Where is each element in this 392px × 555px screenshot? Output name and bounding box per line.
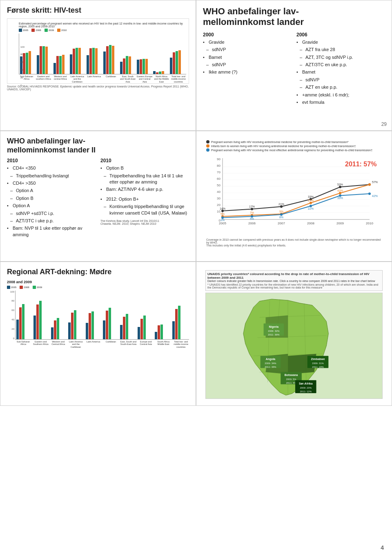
slide5-chart-title: 2008 and 2009 — [7, 280, 189, 284]
item-barnet-2006: Barnet — [296, 69, 385, 75]
slide-1: Første skritt: HIV-test Estimated percen… — [0, 0, 196, 131]
svg-point-44 — [368, 184, 371, 186]
slide3-col-right: 2010 Option B Trippelbehandling fra uke … — [100, 158, 189, 239]
africa-map-svg: Nigeria 2009: 32% 2011: 30% Angola 2009:… — [206, 293, 382, 398]
svg-point-31 — [339, 186, 341, 188]
svg-text:3%: 3% — [220, 219, 225, 222]
slide5-bg-0 — [16, 304, 32, 339]
slide3-left-list: CD4+ <350 Trippelbehandling livslangt CD… — [7, 165, 96, 238]
svg-text:2011: 30%: 2011: 30% — [268, 333, 280, 336]
bar-group-1 — [37, 46, 52, 74]
slide6-title: UNAIDS priority countries* coloured acco… — [207, 272, 381, 280]
legend-2009: 2009 — [45, 29, 54, 32]
item-sdnvp-grav: sdNVP — [203, 47, 292, 53]
legend-dot-2005 — [19, 29, 22, 32]
slide3-year-left: 2010 — [7, 158, 96, 163]
slide5-y-axis: 100806040200 — [7, 291, 15, 340]
slide3-footnote2: Chasela. NEJM. 2010; Shapiro. NEJM 2010 — [100, 222, 189, 225]
slide2-col-2006: 2006 Gravide AZT fra uke 28 AZT, 3TC og … — [296, 32, 385, 107]
slide5-bg-1 — [33, 301, 49, 339]
svg-text:14%: 14% — [220, 207, 225, 210]
legend-blue-dot — [206, 148, 209, 152]
year-2006-label: 2006 — [296, 32, 385, 38]
slide5-bg-7 — [138, 316, 154, 339]
svg-text:39%: 39% — [337, 197, 343, 199]
slide6-title-box: UNAIDS priority countries* coloured acco… — [205, 270, 383, 291]
item-option-b2: Option B — [100, 165, 189, 171]
slide3-footnote1: The Keshos Baa study. Lancet Inf Dis 201… — [100, 219, 189, 222]
bar-group-7 — [137, 59, 152, 74]
slide1-title: Første skritt: HIV-test — [7, 6, 189, 15]
slide5-bg-9 — [172, 306, 188, 339]
legend5-2005: 2005 — [7, 286, 16, 289]
svg-text:33%: 33% — [308, 195, 314, 198]
slide6-subtitle: Darker colours indicate greater falls in… — [207, 280, 381, 282]
legend5-dot-2005 — [7, 286, 10, 289]
svg-text:30: 30 — [217, 197, 220, 200]
slide4-footnotes: Coverage in 2010 cannot be compared with… — [206, 238, 382, 247]
bar-group-9 — [170, 50, 185, 74]
item-trippel: Trippelbehandling livslangt — [7, 173, 96, 179]
svg-text:2009: 32%: 2009: 32% — [268, 330, 280, 332]
svg-text:2010: 2010 — [366, 222, 373, 225]
slide5-bg-5 — [103, 308, 119, 339]
x-labels: Sub-Saharan Africa Eastern and southern … — [19, 75, 186, 83]
svg-text:2011: 57%: 2011: 57% — [345, 161, 376, 168]
svg-text:90: 90 — [217, 157, 220, 161]
svg-text:43%: 43% — [337, 189, 343, 192]
item-barnet-2000: Barnet — [203, 54, 292, 60]
svg-text:Sør-Afrika: Sør-Afrika — [299, 382, 313, 385]
item-azt-uke: AZT en uke p.p. — [296, 84, 385, 90]
slide-6: UNAIDS priority countries* coloured acco… — [196, 262, 392, 406]
svg-text:7%: 7% — [250, 211, 254, 214]
slide5-bg-3 — [68, 310, 84, 339]
item-azt-fra: AZT fra uke 28 — [296, 47, 385, 53]
item-cd4-lt350: CD4+ <350 — [7, 165, 96, 171]
legend-black: Pregnant women living with HIV receiving… — [206, 140, 382, 143]
item-barn-azt-nvp: Barn: AZT/NVP 4-6 uker p.p. — [100, 186, 189, 192]
slide-5: Regional ART-dekning: Mødre 2008 and 200… — [0, 262, 196, 406]
slide2-num: 29 — [381, 121, 387, 127]
svg-text:2007: 2007 — [278, 222, 285, 225]
legend-blue: Pregnant women living with HIV receiving… — [206, 148, 382, 152]
slide5-bars-col: Sub-Saharan Africa Eastern and Southern … — [15, 291, 189, 349]
slide1-legend: 2005 2008 2009 2010 — [19, 29, 186, 32]
svg-text:57%: 57% — [372, 181, 378, 184]
item-trippel-fra: Trippelbehandling fra uke 14 til 1 uke e… — [100, 173, 189, 186]
svg-text:2009: 31%: 2009: 31% — [312, 362, 324, 365]
svg-text:2011: 18%: 2011: 18% — [312, 366, 324, 368]
legend5-dot-2008 — [20, 286, 23, 289]
svg-text:Botswana: Botswana — [285, 374, 298, 376]
items-2006: Gravide AZT fra uke 28 AZT, 3TC og sdNVP… — [296, 39, 385, 106]
item-sdnvp-barn: sdNVP — [203, 62, 292, 68]
item-gravide-2006: Gravide — [296, 39, 385, 45]
slide1-source: Source: GLOBAL HIV/AIDS RESPONSE: Epidem… — [7, 85, 189, 91]
year-2000-label: 2000 — [203, 32, 292, 38]
svg-text:27%: 27% — [308, 199, 314, 202]
legend-dot-2009 — [45, 29, 48, 32]
slide-2: WHO anbefalinger lav- mellominnkomst lan… — [196, 0, 392, 131]
slide4-legend: Pregnant women living with HIV receiving… — [206, 140, 382, 152]
slide3-year-right: 2010 — [100, 158, 189, 163]
legend-2005: 2005 — [19, 29, 28, 32]
svg-text:42%: 42% — [372, 195, 378, 197]
svg-text:60: 60 — [217, 177, 220, 181]
y-axis: 100806040200 — [20, 46, 24, 87]
svg-text:2005: 2005 — [219, 222, 226, 225]
page-number: 4 — [381, 544, 384, 551]
items-2000: Gravide sdNVP Barnet sdNVP Ikke amme (?) — [203, 39, 292, 76]
svg-point-55 — [368, 192, 371, 195]
legend5-2008: 2008 — [20, 286, 29, 289]
item-amme: +amme (ekskl. i 6 mdr); — [296, 92, 385, 98]
slide5-bg-6 — [120, 314, 136, 339]
item-barn-nvp: Barn: NVP til 1 uke etter opphør av ammi… — [7, 225, 96, 238]
svg-text:50: 50 — [217, 184, 220, 187]
svg-text:2011: 33%: 2011: 33% — [265, 366, 276, 368]
slide2-col-2000: 2000 Gravide sdNVP Barnet sdNVP Ikke amm… — [203, 32, 292, 107]
item-azt-3tc: AZT, 3TC og sdNVP i.p. — [296, 54, 385, 60]
item-kontinuerlig: Kontinuerlig trippelbehandling til unge … — [100, 204, 189, 216]
bar-group-4 — [87, 48, 102, 74]
bar-group-2 — [53, 55, 69, 74]
slide3-right-list: Option B Trippelbehandling fra uke 14 ti… — [100, 165, 189, 216]
item-formula: evt formula — [296, 99, 385, 105]
